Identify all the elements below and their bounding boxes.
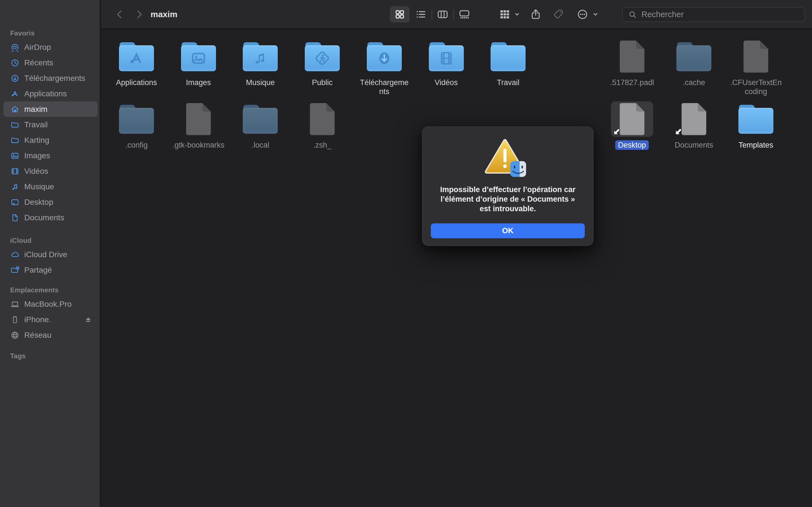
file-icon-slot (177, 101, 220, 137)
file-item-517827-padl[interactable]: .517827.padl (603, 39, 662, 87)
music-icon (10, 181, 20, 192)
file-icon-slot (673, 39, 715, 74)
file-label: Travail (478, 78, 538, 87)
file-item-cfusertextencoding[interactable]: .CFUserTextEncoding (726, 39, 785, 96)
file-label: .config (107, 140, 166, 150)
error-message: Impossible d’effectuer l’opération car l… (440, 185, 575, 214)
sidebar-item-label: AirDrop (24, 43, 51, 52)
airdrop-icon (10, 42, 20, 53)
folder-icon (10, 119, 20, 130)
view-as-gallery-button[interactable] (455, 0, 474, 29)
sidebar-item-vid-os[interactable]: Vidéos (3, 163, 98, 179)
file-label: Desktop (603, 140, 662, 150)
sidebar-section: iCloud iCloud DrivePartagé (3, 234, 98, 278)
ok-button[interactable]: OK (431, 223, 585, 238)
view-as-columns-button[interactable] (433, 0, 453, 29)
file-icon-slot (735, 101, 777, 137)
sidebar-item-karting[interactable]: Karting (3, 132, 98, 148)
file-label: Téléchargements (355, 78, 414, 96)
sidebar-item-maxim[interactable]: maxim (3, 101, 98, 117)
sidebar-section-title: iCloud (3, 234, 98, 247)
view-as-list-button[interactable] (411, 0, 431, 29)
document-icon (186, 103, 211, 135)
search-input[interactable]: Rechercher (622, 7, 805, 22)
sidebar-item-airdrop[interactable]: AirDrop (3, 40, 98, 55)
folder-icon (305, 42, 340, 71)
eject-icon[interactable] (84, 315, 93, 325)
sidebar-item-label: Travail (24, 120, 48, 129)
file-item-config[interactable]: .config (107, 101, 166, 150)
file-item-gtk-bookmarks[interactable]: .gtk-bookmarks (169, 101, 228, 150)
file-icon-slot (177, 39, 220, 74)
film-emblem-icon (438, 50, 455, 67)
file-item-applications[interactable]: Applications (107, 39, 166, 87)
sidebar-item-documents[interactable]: Documents (3, 210, 98, 225)
sidebar-item-label: MacBook.Pro (24, 300, 71, 309)
sidebar-item-travail[interactable]: Travail (3, 117, 98, 132)
file-label: Images (169, 78, 228, 87)
chevron-down-icon (513, 10, 521, 18)
sidebar-item-label: maxim (24, 105, 47, 114)
phone-icon (10, 314, 20, 325)
home-icon (10, 104, 20, 115)
sidebar-item-r-seau[interactable]: Réseau (3, 327, 98, 343)
list-view-icon (415, 8, 427, 20)
view-as-icons-button[interactable] (390, 6, 410, 22)
sidebar-item-iphone[interactable]: iPhone. (3, 312, 98, 327)
file-icon-slot (239, 39, 282, 74)
file-icon-slot (301, 39, 343, 74)
sidebar-item-macbook-pro[interactable]: MacBook.Pro (3, 296, 98, 312)
file-icon-slot (611, 39, 653, 74)
sidebar-item-images[interactable]: Images (3, 148, 98, 163)
file-label: Documents (664, 140, 723, 150)
tags-button[interactable] (550, 0, 567, 29)
file-item-templates[interactable]: Templates (726, 101, 785, 150)
sidebar-section: Tags (3, 350, 98, 362)
sidebar-item-label: Images (24, 151, 50, 160)
sidebar-item-desktop[interactable]: Desktop (3, 194, 98, 210)
folder-icon (739, 105, 773, 134)
file-item-vid-os[interactable]: Vidéos (417, 39, 476, 87)
clock-icon (10, 57, 20, 68)
file-item-public[interactable]: Public (293, 39, 352, 87)
sidebar-item-partag[interactable]: Partagé (3, 262, 98, 278)
sidebar-item-icloud-drive[interactable]: iCloud Drive (3, 247, 98, 262)
error-dialog: Impossible d’effectuer l’opération car l… (422, 126, 594, 246)
sidebar-item-musique[interactable]: Musique (3, 179, 98, 194)
file-item-t-l-chargements[interactable]: Téléchargements (355, 39, 414, 96)
sidebar-section-title: Tags (3, 350, 98, 362)
sidebar-item-t-l-chargements[interactable]: Téléchargements (3, 70, 98, 86)
sidebar-item-r-cents[interactable]: Récents (3, 55, 98, 70)
forward-button[interactable] (131, 0, 148, 29)
sidebar-item-label: Réseau (24, 331, 52, 340)
file-label: .gtk-bookmarks (169, 140, 228, 150)
file-item-documents[interactable]: Documents (664, 101, 723, 150)
folder-icon (181, 42, 216, 71)
alias-arrow-icon (612, 127, 622, 136)
more-actions-button[interactable] (574, 0, 591, 29)
group-by-button[interactable] (496, 0, 513, 29)
finder-warning-icon (481, 137, 535, 180)
back-button[interactable] (111, 0, 128, 29)
sidebar-item-applications[interactable]: Applications (3, 86, 98, 101)
file-item-zsh[interactable]: .zsh_ (293, 101, 352, 150)
more-actions-chevron[interactable] (591, 0, 601, 29)
shared-folder-icon (10, 265, 20, 276)
file-item-images[interactable]: Images (169, 39, 228, 87)
file-item-local[interactable]: .local (231, 101, 290, 150)
file-item-musique[interactable]: Musique (231, 39, 290, 87)
file-item-cache[interactable]: .cache (664, 39, 723, 87)
file-icon-slot (301, 101, 343, 137)
folder-icon (10, 135, 20, 146)
sidebar-item-label: Vidéos (24, 167, 48, 176)
tag-icon (552, 8, 564, 20)
folder-icon (243, 42, 278, 71)
share-button[interactable] (527, 0, 544, 29)
group-by-chevron[interactable] (512, 0, 522, 29)
file-item-desktop[interactable]: Desktop (603, 101, 662, 150)
file-item-travail[interactable]: Travail (478, 39, 538, 87)
file-icon-slot (611, 101, 653, 137)
document-icon (620, 41, 645, 73)
folder-icon (119, 42, 154, 71)
folder-icon (429, 42, 464, 71)
